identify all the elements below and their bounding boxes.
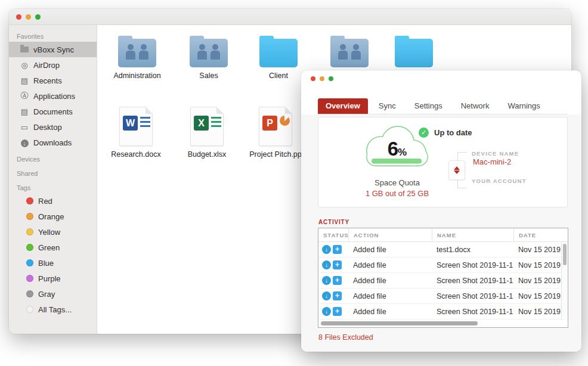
sidebar-item-desktop[interactable]: ▭ Desktop [9,119,97,135]
add-icon: + [333,291,342,300]
sidebar-tag-all-tags[interactable]: All Tags... [9,302,97,317]
shared-folder-icon [118,39,156,67]
tag-label: Gray [38,290,55,299]
minimize-button[interactable] [320,76,324,81]
table-header: STATUS ACTION NAME DATE [318,228,568,242]
row-name: Screen Shot 2019-11-15 a... [432,308,513,316]
table-row[interactable]: ↓ + Added file test1.docx Nov 15 2019 04 [318,242,568,258]
file-project-pitch[interactable]: P Project Pitch.pp [241,107,310,159]
sidebar-section-tags[interactable]: Tags [9,179,97,193]
file-name: Project Pitch.pp [241,150,310,159]
device-name[interactable]: Mac-mini-2 [473,157,511,166]
tag-dot-blue [26,259,33,266]
zoom-button[interactable] [35,14,41,20]
tag-label: Green [38,243,60,252]
download-icon: ↓ [322,276,331,285]
close-button[interactable] [311,76,315,81]
tab-network[interactable]: Network [453,98,497,114]
your-account-label[interactable]: YOUR ACCOUNT [472,178,527,184]
tab-warnings[interactable]: Warnings [500,98,547,114]
pie-chart-glyph [280,116,290,126]
sidebar-tag-gray[interactable]: Gray [9,286,97,302]
scrollbar-thumb[interactable] [563,244,567,265]
row-name: Screen Shot 2019-11-15 a... [432,277,513,285]
finder-titlebar [9,9,571,25]
sidebar-section-devices[interactable]: Devices [9,150,97,165]
add-icon: + [333,260,342,269]
add-icon: + [333,276,342,285]
row-date: Nov 15 2019 04 [513,292,568,300]
sidebar-item-label: Desktop [33,123,62,132]
documents-icon: ▤ [19,107,30,116]
file-budget-xlsx[interactable]: X Budget.xlsx [172,107,242,159]
download-icon: ↓ [322,245,331,254]
tag-dot-red [26,197,33,204]
column-name[interactable]: NAME [432,228,513,241]
row-action: Added file [348,261,432,269]
airdrop-icon: ◎ [19,61,30,70]
horizontal-scrollbar-thumb[interactable] [321,321,478,325]
word-badge: W [123,116,138,131]
quota-label: Space Quota [343,178,451,187]
sidebar-section-shared[interactable]: Shared [9,165,97,179]
sidebar-tag-orange[interactable]: Orange [9,209,97,224]
download-icon: ↓ [322,307,331,316]
tag-dot-orange [26,213,33,220]
sidebar-item-airdrop[interactable]: ◎ AirDrop [9,57,97,73]
table-row[interactable]: ↓ + Added file Screen Shot 2019-11-15 a.… [318,289,568,304]
sidebar-item-label: Recents [33,76,62,85]
column-action[interactable]: ACTION [348,228,432,241]
powerpoint-document-icon: P [259,107,292,146]
vertical-scrollbar[interactable] [561,242,568,320]
sidebar-item-vboxx-sync[interactable]: vBoxx Sync [9,42,97,57]
close-button[interactable] [16,14,21,20]
finder-sidebar: Favorites vBoxx Sync ◎ AirDrop ▤ Recents… [9,25,97,334]
recents-icon: ▤ [19,76,30,85]
word-document-icon: W [119,107,153,146]
files-excluded-link[interactable]: 8 Files Excluded [318,333,373,342]
downloads-icon: ↓ [19,138,30,147]
sidebar-item-downloads[interactable]: ↓ Downloads [9,135,97,150]
folder-plain-5[interactable] [379,33,448,72]
folder-icon [19,45,30,54]
activity-section-label: ACTIVITY [318,219,349,225]
minimize-button[interactable] [26,14,31,20]
sidebar-tag-red[interactable]: Red [9,193,97,209]
download-icon: ↓ [322,260,331,269]
column-status[interactable]: STATUS [318,228,348,241]
status-text: Up to date [434,128,472,137]
sidebar-tag-green[interactable]: Green [9,240,97,255]
sidebar-item-documents[interactable]: ▤ Documents [9,104,97,119]
folder-administration[interactable]: Administration [103,33,172,80]
sidebar-item-applications[interactable]: Ⓐ Applications [9,88,97,104]
tab-overview[interactable]: Overview [318,98,368,114]
table-row[interactable]: ↓ + Added file Screen Shot 2019-11-15 a.… [318,273,568,289]
table-row[interactable]: ↓ + Added file Screen Shot 2019-11-15 a.… [318,304,568,320]
zoom-button[interactable] [329,76,333,81]
tab-sync[interactable]: Sync [371,98,404,114]
row-action: Added file [348,277,432,285]
tag-label: Orange [38,212,64,221]
file-research-docx[interactable]: W Research.docx [101,107,171,159]
folder-icon [259,39,298,67]
file-name: Budget.xlsx [172,150,242,159]
folder-sales[interactable]: Sales [174,33,243,80]
tag-label: Red [38,197,52,206]
sidebar-tag-blue[interactable]: Blue [9,255,97,271]
table-row[interactable]: ↓ + Added file Screen Shot 2019-11-15 a.… [318,258,568,273]
activity-table: STATUS ACTION NAME DATE ↓ + Added file t… [318,228,568,328]
sidebar-item-recents[interactable]: ▤ Recents [9,73,97,88]
add-icon: + [333,245,342,254]
applications-icon: Ⓐ [19,91,30,101]
column-date[interactable]: DATE [513,228,568,241]
sidebar-tag-yellow[interactable]: Yellow [9,224,97,240]
folder-shared-4[interactable] [315,33,384,72]
desktop-icon: ▭ [19,123,30,132]
check-icon: ✓ [419,128,429,138]
tag-label: Blue [38,259,54,268]
shared-folder-icon [330,39,369,67]
tab-settings[interactable]: Settings [407,98,450,114]
sidebar-tag-purple[interactable]: Purple [9,271,97,286]
status-panel: 6% Space Quota 1 GB out of 25 GB ✓ Up to… [318,117,568,207]
row-date: Nov 15 2019 04 [513,246,568,254]
